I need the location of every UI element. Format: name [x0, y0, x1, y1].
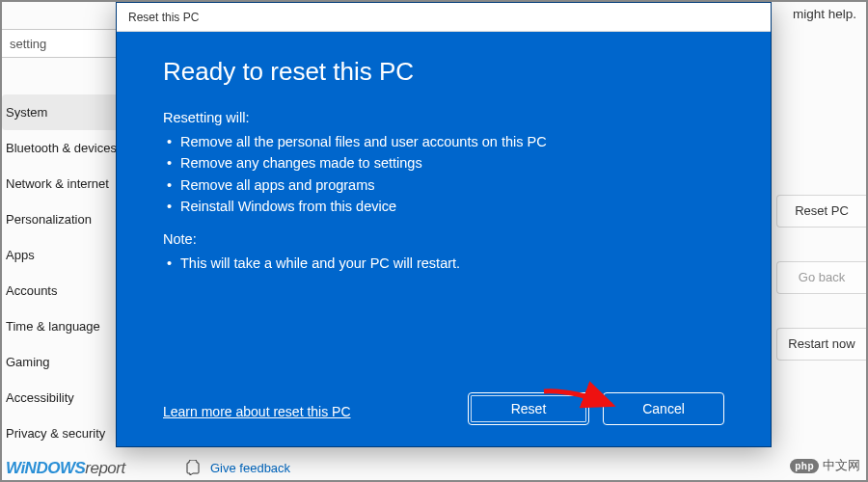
list-item: This will take a while and your PC will … [163, 253, 724, 274]
learn-more-link[interactable]: Learn more about reset this PC [163, 404, 351, 419]
nav-item-accounts[interactable]: Accounts [2, 273, 132, 308]
go-back-button: Go back [776, 261, 866, 294]
list-item: Remove any changes made to settings [163, 152, 724, 174]
dialog-heading: Ready to reset this PC [163, 57, 724, 87]
nav-item-privacy-security[interactable]: Privacy & security [2, 415, 132, 451]
reset-pc-button[interactable]: Reset PC [776, 195, 866, 228]
nav-item-network-internet[interactable]: Network & internet [2, 166, 132, 201]
recovery-actions-column: Reset PCGo backRestart now [776, 195, 866, 361]
nav-item-personalization[interactable]: Personalization [2, 201, 132, 237]
nav-item-accessibility[interactable]: Accessibility [2, 380, 132, 415]
watermark-windowsreport: WiNDOWSreport [6, 459, 125, 478]
watermark-phpcn: php 中文网 [790, 457, 860, 474]
note-label: Note: [163, 231, 724, 247]
nav-item-bluetooth-devices[interactable]: Bluetooth & devices [2, 130, 132, 166]
search-input[interactable] [2, 29, 127, 58]
dialog-body: Ready to reset this PC Resetting will: R… [117, 32, 771, 446]
feedback-icon [185, 460, 201, 475]
nav-item-system[interactable]: System [2, 94, 132, 130]
nav-item-apps[interactable]: Apps [2, 237, 132, 273]
nav-item-gaming[interactable]: Gaming [2, 344, 132, 380]
cancel-button[interactable]: Cancel [603, 392, 724, 425]
list-item: Remove all the personal files and user a… [163, 131, 724, 152]
dialog-actions: Reset Cancel [468, 392, 724, 425]
reset-pc-dialog: Reset this PC Ready to reset this PC Res… [116, 2, 772, 447]
nav-item-time-language[interactable]: Time & language [2, 308, 132, 344]
note-list: This will take a while and your PC will … [163, 253, 724, 274]
resetting-will-list: Remove all the personal files and user a… [163, 131, 724, 218]
give-feedback-label: Give feedback [210, 461, 290, 475]
reset-button[interactable]: Reset [468, 392, 589, 425]
help-hint-text: might help. [793, 7, 856, 21]
list-item: Remove all apps and programs [163, 174, 724, 196]
list-item: Reinstall Windows from this device [163, 196, 724, 217]
resetting-will-label: Resetting will: [163, 110, 724, 125]
restart-now-button[interactable]: Restart now [776, 328, 866, 361]
settings-nav: SystemBluetooth & devicesNetwork & inter… [2, 94, 132, 451]
give-feedback-link[interactable]: Give feedback [185, 460, 290, 475]
dialog-titlebar: Reset this PC [117, 3, 771, 32]
